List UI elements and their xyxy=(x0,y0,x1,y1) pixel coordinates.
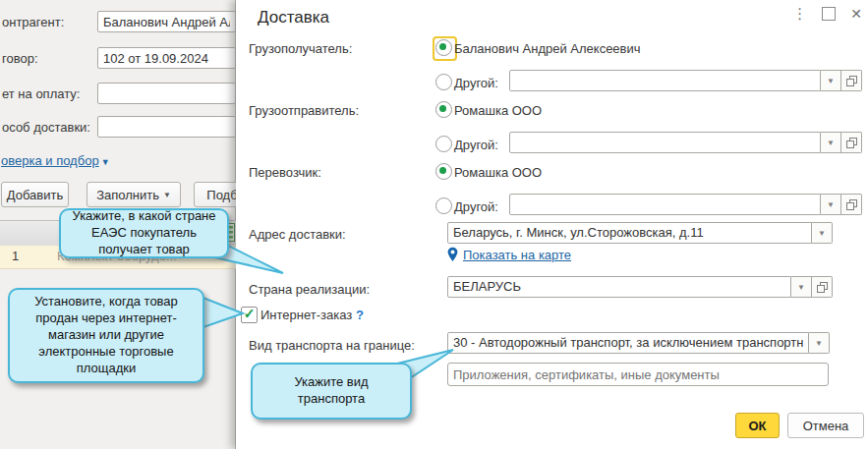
dropdown-arrow-icon[interactable]: ▼ xyxy=(821,132,841,153)
open-picker-icon[interactable] xyxy=(841,70,862,91)
dropdown-arrow-icon[interactable]: ▼ xyxy=(821,194,841,215)
carrier-other-radio[interactable] xyxy=(435,197,452,214)
contract-field[interactable] xyxy=(97,47,236,69)
row-number: 1 xyxy=(12,249,19,263)
consignee-other-radio[interactable] xyxy=(435,74,452,90)
callout-transport: Укажите вид транспорта xyxy=(251,363,412,420)
counterparty-label: онтрагент: xyxy=(2,15,64,29)
close-icon[interactable]: ✕ xyxy=(850,7,862,21)
shipper-default-option[interactable]: Ромашка ООО xyxy=(454,103,542,118)
more-menu-icon[interactable]: ⋮ xyxy=(792,5,807,23)
help-icon[interactable]: ? xyxy=(356,308,364,322)
chevron-down-icon: ▼ xyxy=(163,191,171,199)
dropdown-arrow-icon[interactable]: ▼ xyxy=(809,332,830,354)
documents-input[interactable] xyxy=(447,363,829,386)
open-picker-icon[interactable] xyxy=(841,194,862,215)
cancel-button[interactable]: Отмена xyxy=(787,413,864,438)
check-and-pick-link[interactable]: оверка и подбор▼ xyxy=(1,153,110,168)
ok-button[interactable]: ОК xyxy=(735,413,780,438)
invoice-field[interactable] xyxy=(97,83,236,104)
open-picker-icon[interactable] xyxy=(812,276,833,298)
shipper-default-radio[interactable] xyxy=(435,101,452,118)
consignee-other-combo[interactable]: ▼ xyxy=(509,70,862,91)
delivery-address-input[interactable] xyxy=(447,222,812,244)
carrier-other-input[interactable] xyxy=(509,194,821,215)
contract-label: говор: xyxy=(2,51,38,66)
sale-country-label: Страна реализации: xyxy=(249,282,370,297)
invoice-label: ет на оплату: xyxy=(2,86,80,101)
carrier-label: Перевозчик: xyxy=(249,165,321,180)
maximize-icon[interactable] xyxy=(822,7,836,21)
shipper-other-radio[interactable] xyxy=(435,136,452,152)
callout-internet-order: Установите, когда товар продан через инт… xyxy=(8,288,204,383)
shipper-label: Грузоотправитель: xyxy=(249,103,359,118)
fill-button[interactable]: Заполнить▼ xyxy=(87,182,181,207)
consignee-other-input[interactable] xyxy=(509,70,821,91)
map-pin-icon xyxy=(446,247,459,262)
add-button[interactable]: Добавить xyxy=(1,182,69,207)
consignee-default-radio[interactable] xyxy=(435,39,452,56)
delivery-method-field[interactable] xyxy=(97,116,236,138)
internet-order-label[interactable]: Интернет-заказ xyxy=(260,308,352,322)
carrier-other-combo[interactable]: ▼ xyxy=(509,194,862,215)
dropdown-arrow-icon[interactable]: ▼ xyxy=(791,276,812,298)
open-picker-icon[interactable] xyxy=(841,132,862,153)
delivery-address-combo[interactable]: ▼ xyxy=(447,222,833,244)
dialog-title: Доставка xyxy=(258,8,329,28)
carrier-default-option[interactable]: Ромашка ООО xyxy=(454,165,542,180)
consignee-default-option[interactable]: Баланович Андрей Алексеевич xyxy=(454,41,641,56)
counterparty-field[interactable] xyxy=(97,11,236,32)
transport-type-combo[interactable]: ▼ xyxy=(447,332,830,354)
consignee-other-label: Другой: xyxy=(454,76,498,90)
callout-sale-country: Укажите, в какой стране ЕАЭС покупатель … xyxy=(59,208,229,258)
carrier-other-label: Другой: xyxy=(454,199,498,214)
sale-country-combo[interactable]: ▼ xyxy=(447,276,833,298)
carrier-default-radio[interactable] xyxy=(435,163,452,180)
dropdown-arrow-icon[interactable]: ▼ xyxy=(812,222,833,244)
shipper-other-input[interactable] xyxy=(509,132,821,153)
delivery-method-label: особ доставки: xyxy=(2,120,90,135)
dropdown-arrow-icon[interactable]: ▼ xyxy=(821,70,841,91)
chevron-down-icon: ▼ xyxy=(101,157,110,167)
transport-type-input[interactable] xyxy=(447,332,809,354)
shipper-other-combo[interactable]: ▼ xyxy=(509,132,862,153)
show-on-map-link[interactable]: Показать на карте xyxy=(463,248,571,262)
shipper-other-label: Другой: xyxy=(454,138,498,152)
sale-country-input[interactable] xyxy=(447,276,791,298)
consignee-label: Грузополучатель: xyxy=(249,41,352,56)
